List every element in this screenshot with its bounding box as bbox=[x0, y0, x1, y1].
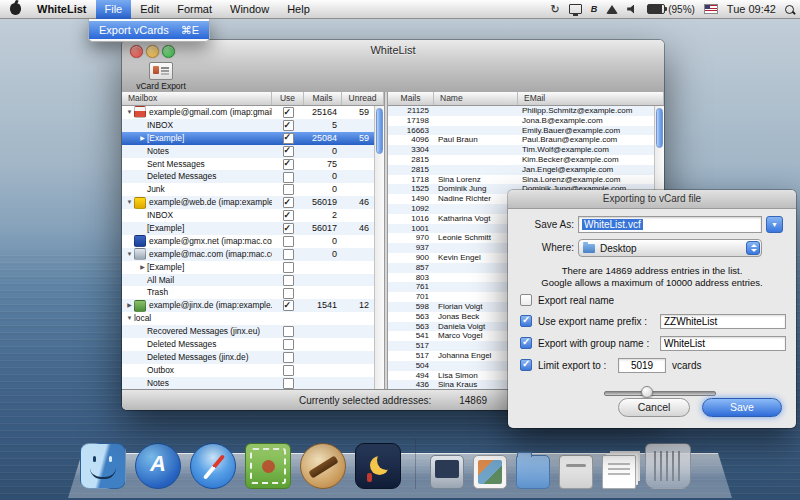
dock-icon-folder[interactable] bbox=[516, 455, 550, 489]
dock-icon-archive[interactable] bbox=[559, 455, 593, 489]
scrollbar-thumb[interactable] bbox=[656, 108, 663, 148]
address-row[interactable]: 16663Emily.Bauer@example.com bbox=[388, 126, 664, 136]
address-row[interactable]: 3304Tim.Wolf@example.com bbox=[388, 145, 664, 155]
mailbox-row[interactable]: Trash bbox=[122, 286, 384, 299]
spotlight-icon[interactable] bbox=[785, 5, 794, 14]
use-checkbox[interactable] bbox=[283, 352, 294, 363]
dock-icon-display[interactable] bbox=[430, 455, 464, 489]
menu-whitelist[interactable]: WhiteList bbox=[28, 0, 96, 19]
column-header-name[interactable]: Name bbox=[434, 92, 518, 105]
use-checkbox[interactable] bbox=[283, 184, 294, 195]
column-header-email[interactable]: EMail bbox=[518, 92, 664, 105]
use-checkbox[interactable] bbox=[283, 275, 294, 286]
disclosure-triangle[interactable]: ▼ bbox=[125, 196, 134, 209]
disclosure-triangle[interactable]: ▶ bbox=[138, 132, 147, 145]
use-checkbox[interactable] bbox=[283, 262, 294, 273]
mailbox-row[interactable]: INBOX2 bbox=[122, 209, 384, 222]
use-checkbox[interactable] bbox=[283, 107, 294, 118]
use-checkbox[interactable] bbox=[283, 339, 294, 350]
battery-menu-item[interactable]: (95%) bbox=[647, 4, 695, 15]
menu-window[interactable]: Window bbox=[221, 0, 278, 19]
dock-icon-moon[interactable] bbox=[355, 443, 401, 489]
mailbox-row[interactable]: ▼example@web.de (imap:example.com)560194… bbox=[122, 196, 384, 209]
save-button[interactable]: Save bbox=[702, 398, 782, 417]
volume-icon[interactable] bbox=[627, 5, 638, 14]
option-value-field[interactable] bbox=[660, 314, 786, 329]
vcard-export-button[interactable]: vCard Export bbox=[132, 62, 190, 91]
mailbox-row[interactable]: Deleted Messages0 bbox=[122, 170, 384, 183]
bluetooth-icon[interactable]: B bbox=[591, 4, 598, 14]
mailbox-row[interactable]: Outbox bbox=[122, 364, 384, 377]
use-checkbox[interactable] bbox=[283, 197, 294, 208]
dock-icon-app-store[interactable] bbox=[135, 443, 181, 489]
mailbox-row[interactable]: All Mail bbox=[122, 274, 384, 287]
use-checkbox[interactable] bbox=[283, 300, 294, 311]
window-title-bar[interactable]: WhiteList bbox=[122, 40, 664, 60]
dock-icon-trash[interactable] bbox=[645, 443, 691, 489]
mailbox-row[interactable]: Sent Messages75 bbox=[122, 158, 384, 171]
use-checkbox[interactable] bbox=[283, 223, 294, 234]
dock-icon-telescope[interactable] bbox=[300, 443, 346, 489]
address-row[interactable]: 21125Philipp.Schmitz@example.com bbox=[388, 106, 664, 116]
disclosure-triangle[interactable]: ▼ bbox=[125, 312, 134, 325]
mailbox-row[interactable]: ▼example@mac.com (imap:mac.com)0 bbox=[122, 248, 384, 261]
use-checkbox[interactable] bbox=[283, 120, 294, 131]
mailbox-row[interactable]: ▼example@gmail.com (imap:gmail.com)25164… bbox=[122, 106, 384, 119]
mailbox-row[interactable]: INBOX5 bbox=[122, 119, 384, 132]
slider-track[interactable] bbox=[604, 391, 716, 396]
address-row[interactable]: 2815Jan.Engel@example.com bbox=[388, 165, 664, 175]
option-checkbox[interactable] bbox=[520, 315, 532, 327]
menu-edit[interactable]: Edit bbox=[131, 0, 168, 19]
use-checkbox[interactable] bbox=[283, 159, 294, 170]
use-checkbox[interactable] bbox=[283, 172, 294, 183]
column-header-unread[interactable]: Unread bbox=[342, 92, 384, 105]
column-header-use[interactable]: Use bbox=[272, 92, 304, 105]
limit-slider[interactable] bbox=[604, 386, 716, 398]
mailbox-row[interactable]: Recovered Messages (jinx.eu) bbox=[122, 325, 384, 338]
dock-icon-documents[interactable] bbox=[602, 455, 636, 489]
zoom-button[interactable] bbox=[162, 45, 175, 58]
option-value-field[interactable] bbox=[618, 358, 666, 373]
cancel-button[interactable]: Cancel bbox=[618, 398, 690, 417]
disclosure-triangle[interactable]: ▼ bbox=[125, 248, 134, 261]
mailbox-row[interactable]: Notes0 bbox=[122, 145, 384, 158]
menu-format[interactable]: Format bbox=[168, 0, 221, 19]
sync-icon[interactable]: ↻ bbox=[550, 0, 559, 19]
column-header-mails2[interactable]: Mails bbox=[388, 92, 434, 105]
dialog-title-bar[interactable]: Exporting to vCard file bbox=[508, 190, 796, 209]
where-popup[interactable]: Desktop bbox=[578, 239, 762, 257]
mailbox-row[interactable]: Deleted Messages bbox=[122, 338, 384, 351]
displays-icon[interactable] bbox=[569, 4, 582, 14]
option-value-field[interactable] bbox=[660, 336, 786, 351]
use-checkbox[interactable] bbox=[283, 210, 294, 221]
column-header-mails[interactable]: Mails bbox=[304, 92, 342, 105]
slider-knob[interactable] bbox=[641, 386, 653, 398]
mailbox-row[interactable]: Deleted Messages (jinx.de) bbox=[122, 351, 384, 364]
use-checkbox[interactable] bbox=[283, 365, 294, 376]
disclosure-triangle[interactable]: ▶ bbox=[125, 299, 134, 312]
menu-help[interactable]: Help bbox=[278, 0, 319, 19]
address-row[interactable]: 2815Kim.Becker@example.com bbox=[388, 155, 664, 165]
use-checkbox[interactable] bbox=[283, 249, 294, 260]
mailbox-row[interactable]: Junk0 bbox=[122, 183, 384, 196]
dock-icon-photos[interactable] bbox=[473, 455, 507, 489]
dock-icon-safari[interactable] bbox=[190, 443, 236, 489]
mailbox-row[interactable]: example@gmx.net (imap:mac.com)0 bbox=[122, 235, 384, 248]
wifi-icon[interactable] bbox=[606, 5, 618, 14]
input-flag-icon[interactable] bbox=[704, 4, 718, 14]
mailbox-row[interactable]: ▶example@jinx.de (imap:example.com)15411… bbox=[122, 299, 384, 312]
use-checkbox[interactable] bbox=[283, 133, 294, 144]
mailbox-row[interactable]: Notes bbox=[122, 377, 384, 390]
option-checkbox[interactable] bbox=[520, 294, 532, 306]
mailbox-row[interactable]: [Example]5601746 bbox=[122, 222, 384, 235]
address-row[interactable]: 17198Jona.B@example.com bbox=[388, 116, 664, 126]
option-checkbox[interactable] bbox=[520, 337, 532, 349]
mailbox-scrollbar[interactable] bbox=[374, 106, 384, 390]
expand-disclosure-button[interactable]: ▼ bbox=[766, 216, 783, 233]
mailbox-row[interactable]: ▼local bbox=[122, 312, 384, 325]
column-header-mailbox[interactable]: Mailbox bbox=[122, 92, 272, 105]
use-checkbox[interactable] bbox=[283, 326, 294, 337]
menu-clock[interactable]: Tue 09:42 bbox=[727, 3, 776, 15]
option-checkbox[interactable] bbox=[520, 359, 532, 371]
disclosure-triangle[interactable]: ▼ bbox=[125, 106, 134, 119]
